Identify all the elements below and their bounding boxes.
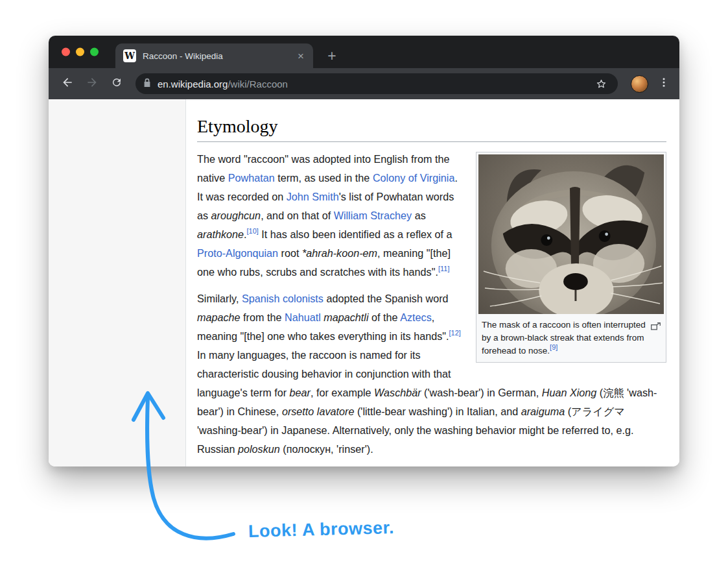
italic-term: arathkone (197, 228, 244, 240)
tab-strip: W Raccoon - Wikipedia × + (49, 36, 679, 68)
italic-term: araiguma (521, 406, 565, 417)
browser-window: W Raccoon - Wikipedia × + (49, 36, 679, 466)
italic-term: Huan Xiong (542, 387, 597, 398)
image-caption: The mask of a raccoon is often interrupt… (478, 314, 664, 360)
url-path: /wiki/Raccoon (228, 79, 288, 90)
reference-link[interactable]: [12] (449, 329, 461, 337)
forward-arrow-icon (86, 76, 99, 91)
browser-tab-raccoon-wikipedia[interactable]: W Raccoon - Wikipedia × (115, 43, 313, 68)
body-text: term, as used in the (275, 172, 373, 184)
bookmark-star-icon[interactable] (592, 75, 610, 93)
wiki-link[interactable]: Colony of Virginia (373, 172, 455, 184)
annotation-label: Look! A browser. (248, 518, 395, 542)
body-text: ('wash-bear') in German, (421, 387, 542, 398)
wiki-link[interactable]: William Strachey (334, 210, 412, 221)
body-text: Similarly, (197, 293, 242, 304)
back-arrow-icon (61, 76, 74, 91)
tab-title: Raccoon - Wikipedia (143, 51, 288, 61)
italic-term: aroughcun (211, 210, 261, 221)
address-bar[interactable]: en.wikipedia.org/wiki/Raccoon (135, 73, 618, 94)
reference-link[interactable]: [9] (550, 343, 558, 351)
body-text: as (412, 210, 426, 221)
reload-button[interactable] (106, 73, 128, 95)
wiki-link[interactable]: Aztecs (400, 311, 432, 323)
italic-term: bear (290, 387, 311, 398)
reference-link[interactable]: [10] (247, 227, 259, 235)
wiki-link[interactable]: Spanish colonists (242, 293, 323, 304)
article-body: Etymology (186, 99, 679, 466)
italic-term: poloskun (238, 443, 280, 455)
italic-term: *ahrah-koon-em (302, 247, 377, 259)
section-heading: Etymology (197, 116, 666, 142)
minimize-window-button[interactable] (76, 48, 84, 56)
body-text: of the (369, 311, 401, 323)
url-host: en.wikipedia.org (158, 79, 228, 90)
wiki-link[interactable]: Proto-Algonquian (197, 247, 278, 259)
italic-term: Waschbär (374, 387, 421, 398)
forward-button[interactable] (81, 73, 103, 95)
close-tab-icon[interactable]: × (295, 49, 307, 63)
italic-term: orsetto lavatore (282, 406, 355, 417)
reload-icon (111, 77, 123, 91)
wikipedia-sidebar (49, 99, 186, 466)
new-tab-button[interactable]: + (321, 43, 343, 68)
reference-link[interactable]: [11] (438, 265, 450, 272)
wikipedia-favicon-icon: W (123, 49, 136, 62)
browser-menu-button[interactable] (656, 73, 672, 95)
body-text: ('little-bear washing') in Italian, and (354, 406, 521, 417)
lock-icon (143, 78, 151, 90)
kebab-menu-icon (658, 77, 670, 91)
raccoon-photo[interactable] (478, 154, 664, 314)
page-content: Etymology (49, 99, 679, 466)
body-text: , for example (311, 387, 374, 398)
italic-term: mapachtli (323, 311, 368, 323)
caption-text: The mask of a raccoon is often interrupt… (482, 320, 646, 356)
profile-avatar[interactable] (631, 75, 648, 93)
body-text: from the (241, 311, 285, 323)
window-controls (62, 48, 99, 56)
browser-toolbar: en.wikipedia.org/wiki/Raccoon (49, 68, 679, 99)
body-text: , and on that of (261, 210, 334, 221)
close-window-button[interactable] (62, 48, 70, 56)
enlarge-icon[interactable] (651, 321, 661, 334)
italic-term: mapache (197, 311, 241, 323)
url-text: en.wikipedia.org/wiki/Raccoon (158, 79, 585, 90)
body-text: (полоскун, 'rinser'). (280, 443, 373, 455)
back-button[interactable] (56, 73, 78, 95)
wiki-link[interactable]: John Smith (287, 191, 339, 202)
body-text: root (278, 247, 302, 259)
wiki-link[interactable]: Powhatan (228, 172, 275, 184)
body-text: It has also been identified as a reflex … (259, 228, 452, 240)
body-text: adopted the Spanish word (323, 293, 449, 304)
body-text: . (244, 228, 247, 240)
wiki-link[interactable]: Nahuatl (285, 311, 321, 323)
body-text: The mask of a raccoon is often interrupt… (482, 320, 646, 356)
zoom-window-button[interactable] (90, 48, 99, 56)
article-thumbnail: The mask of a raccoon is often interrupt… (476, 152, 666, 363)
